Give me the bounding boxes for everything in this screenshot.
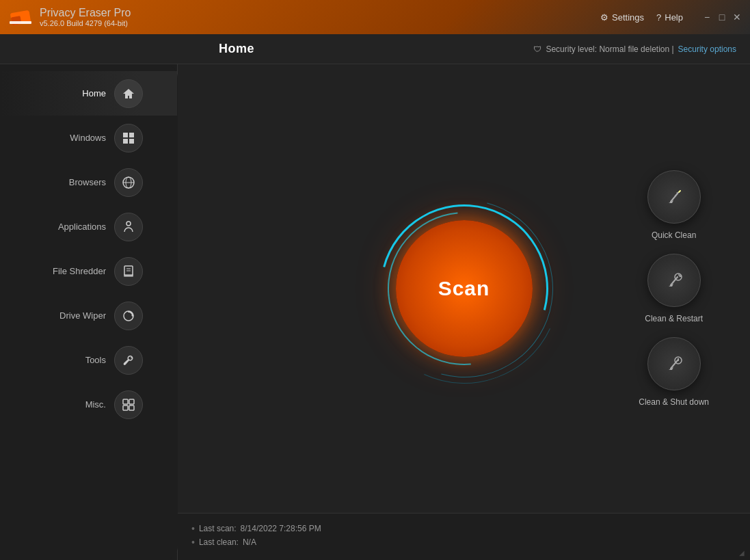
resize-handle: ◢ bbox=[739, 549, 747, 557]
action-btn-wrapper-clean-restart: Clean & Restart bbox=[645, 254, 703, 323]
svg-rect-20 bbox=[129, 405, 134, 410]
app-name: Privacy Eraser Pro bbox=[40, 7, 131, 19]
sidebar-icon-circle-applications bbox=[114, 213, 143, 241]
svg-rect-3 bbox=[123, 133, 128, 137]
svg-rect-4 bbox=[129, 133, 134, 137]
app-logo-icon bbox=[8, 5, 33, 29]
settings-label: Settings bbox=[612, 12, 644, 23]
page-title: Home bbox=[219, 42, 254, 56]
bullet-2: • bbox=[191, 537, 195, 548]
sidebar-label-tools: Tools bbox=[85, 355, 106, 365]
content-area: Scan Quick CleanClean & RestartClean & S… bbox=[178, 64, 750, 560]
security-options-link[interactable]: Security options bbox=[678, 44, 736, 54]
sidebar-item-drive-wiper[interactable]: Drive Wiper bbox=[0, 293, 177, 338]
minimize-button[interactable]: − bbox=[702, 12, 712, 22]
sidebar-item-home[interactable]: Home bbox=[0, 71, 177, 116]
status-bar: • Last scan: 8/14/2022 7:28:56 PM • Last… bbox=[178, 513, 750, 560]
svg-rect-2 bbox=[10, 21, 31, 24]
action-btn-wrapper-quick-clean: Quick Clean bbox=[647, 170, 701, 240]
sidebar-item-applications[interactable]: Applications bbox=[0, 204, 177, 249]
help-button[interactable]: ? Help bbox=[656, 12, 683, 23]
svg-rect-17 bbox=[123, 399, 128, 404]
svg-point-10 bbox=[126, 222, 131, 226]
sidebar-icon-circle-drive-wiper bbox=[114, 302, 143, 330]
action-btn-wrapper-clean-shutdown: Clean & Shut down bbox=[639, 337, 709, 407]
sidebar-label-misc: Misc. bbox=[85, 399, 106, 410]
last-clean-row: • Last clean: N/A bbox=[191, 537, 736, 548]
svg-rect-1 bbox=[11, 16, 22, 25]
scan-center: Scan Quick CleanClean & RestartClean & S… bbox=[178, 64, 750, 513]
action-btn-clean-shutdown[interactable] bbox=[647, 337, 701, 390]
app-title-text: Privacy Eraser Pro v5.26.0 Build 4279 (6… bbox=[40, 7, 131, 27]
last-clean-label: Last clean: bbox=[199, 537, 239, 547]
sidebar-icon-circle-home bbox=[114, 79, 143, 108]
sidebar-label-browsers: Browsers bbox=[69, 177, 106, 187]
action-btn-label-clean-shutdown: Clean & Shut down bbox=[639, 397, 709, 407]
last-scan-label: Last scan: bbox=[199, 524, 237, 533]
main-layout: HomeWindowsBrowsersApplicationsFile Shre… bbox=[0, 64, 750, 560]
scan-label: Scan bbox=[438, 277, 490, 300]
scan-button-wrapper: Scan bbox=[382, 206, 546, 371]
app-version: v5.26.0 Build 4279 (64-bit) bbox=[40, 19, 131, 27]
sidebar-label-home: Home bbox=[82, 88, 106, 98]
sidebar-icon-circle-tools bbox=[114, 346, 143, 375]
maximize-button[interactable]: □ bbox=[717, 12, 727, 22]
window-controls: − □ ✕ bbox=[702, 12, 742, 22]
sidebar-label-file-shredder: File Shredder bbox=[53, 266, 106, 276]
last-scan-value: 8/14/2022 7:28:56 PM bbox=[241, 524, 321, 533]
sidebar-label-applications: Applications bbox=[58, 222, 106, 232]
svg-rect-14 bbox=[124, 274, 133, 277]
sidebar-item-windows[interactable]: Windows bbox=[0, 116, 177, 160]
action-buttons: Quick CleanClean & RestartClean & Shut d… bbox=[639, 170, 709, 407]
action-btn-clean-restart[interactable] bbox=[647, 254, 701, 307]
action-btn-label-quick-clean: Quick Clean bbox=[652, 230, 696, 240]
security-level-label: Security level: Normal file deletion | bbox=[546, 44, 673, 54]
scan-outer-ring: Scan bbox=[382, 206, 546, 371]
sidebar-item-browsers[interactable]: Browsers bbox=[0, 160, 177, 204]
help-label: Help bbox=[665, 12, 683, 23]
action-btn-label-clean-restart: Clean & Restart bbox=[645, 314, 703, 323]
svg-rect-5 bbox=[123, 139, 128, 144]
sidebar-label-windows: Windows bbox=[70, 133, 106, 143]
sidebar-icon-circle-file-shredder bbox=[114, 257, 143, 286]
svg-rect-6 bbox=[129, 139, 134, 144]
title-bar: Privacy Eraser Pro v5.26.0 Build 4279 (6… bbox=[0, 0, 750, 34]
sidebar-icon-circle-windows bbox=[114, 124, 143, 152]
sidebar-item-file-shredder[interactable]: File Shredder bbox=[0, 249, 177, 293]
sub-header: Home 🛡 Security level: Normal file delet… bbox=[0, 34, 750, 64]
sidebar-icon-circle-browsers bbox=[114, 168, 143, 197]
svg-rect-19 bbox=[123, 405, 128, 410]
bullet-1: • bbox=[191, 523, 195, 534]
title-right: ⚙ Settings ? Help − □ ✕ bbox=[600, 12, 742, 23]
scan-button[interactable]: Scan bbox=[396, 220, 533, 357]
sidebar-item-tools[interactable]: Tools bbox=[0, 338, 177, 382]
last-clean-value: N/A bbox=[243, 537, 256, 547]
last-scan-row: • Last scan: 8/14/2022 7:28:56 PM bbox=[191, 523, 736, 534]
svg-rect-18 bbox=[129, 399, 134, 404]
action-btn-quick-clean[interactable] bbox=[647, 170, 701, 224]
security-info: 🛡 Security level: Normal file deletion |… bbox=[533, 44, 736, 54]
settings-icon: ⚙ bbox=[600, 12, 608, 23]
settings-button[interactable]: ⚙ Settings bbox=[600, 12, 644, 23]
sidebar-item-misc[interactable]: Misc. bbox=[0, 382, 177, 427]
help-icon: ? bbox=[656, 12, 661, 23]
shield-icon: 🛡 bbox=[533, 44, 541, 54]
close-button[interactable]: ✕ bbox=[732, 12, 742, 22]
sidebar-icon-circle-misc bbox=[114, 390, 143, 419]
title-left: Privacy Eraser Pro v5.26.0 Build 4279 (6… bbox=[8, 5, 131, 29]
sidebar: HomeWindowsBrowsersApplicationsFile Shre… bbox=[0, 64, 178, 560]
sidebar-label-drive-wiper: Drive Wiper bbox=[59, 310, 106, 321]
